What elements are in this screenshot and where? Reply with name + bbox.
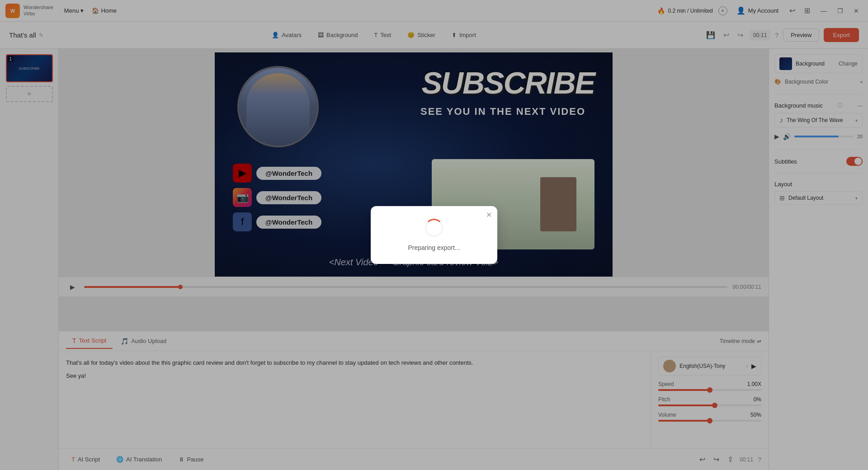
modal-close-button[interactable]: ✕ — [486, 211, 492, 219]
preparing-text: Preparing export... — [382, 244, 486, 251]
loading-spinner — [425, 219, 443, 237]
export-modal: ✕ Preparing export... — [371, 206, 497, 264]
modal-overlay: ✕ Preparing export... — [0, 0, 868, 470]
